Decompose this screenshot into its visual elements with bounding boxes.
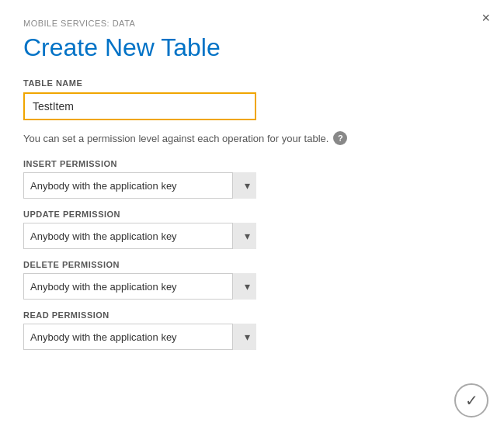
table-name-label: TABLE NAME	[23, 78, 481, 88]
permissions-container: INSERT PERMISSIONAnybody with the applic…	[23, 159, 481, 350]
permission-section-update: UPDATE PERMISSIONAnybody with the applic…	[23, 210, 481, 249]
help-text-container: You can set a permission level against e…	[23, 131, 481, 145]
permission-select-read[interactable]: Anybody with the application keyOnly Aut…	[23, 324, 256, 350]
close-button[interactable]: ×	[481, 11, 490, 25]
confirm-button[interactable]: ✓	[454, 383, 488, 417]
permission-select-update[interactable]: Anybody with the application keyOnly Aut…	[23, 223, 256, 249]
permission-label-insert: INSERT PERMISSION	[23, 159, 481, 168]
confirm-icon: ✓	[465, 391, 478, 410]
permission-section-insert: INSERT PERMISSIONAnybody with the applic…	[23, 159, 481, 199]
page-title: Create New Table	[23, 34, 481, 61]
permission-label-update: UPDATE PERMISSION	[23, 210, 481, 219]
permission-section-read: READ PERMISSIONAnybody with the applicat…	[23, 310, 481, 350]
permission-section-delete: DELETE PERMISSIONAnybody with the applic…	[23, 260, 481, 300]
table-name-input[interactable]	[23, 92, 256, 120]
help-icon[interactable]: ?	[333, 131, 347, 145]
breadcrumb: MOBILE SERVICES: DATA	[23, 19, 481, 28]
table-name-section: TABLE NAME	[23, 78, 481, 120]
permission-select-delete[interactable]: Anybody with the application keyOnly Aut…	[23, 273, 256, 300]
permission-label-delete: DELETE PERMISSION	[23, 260, 481, 269]
help-text: You can set a permission level against e…	[23, 133, 328, 144]
permission-label-read: READ PERMISSION	[23, 310, 481, 320]
create-table-dialog: × MOBILE SERVICES: DATA Create New Table…	[0, 0, 504, 433]
permission-select-insert[interactable]: Anybody with the application keyOnly Aut…	[23, 172, 256, 199]
